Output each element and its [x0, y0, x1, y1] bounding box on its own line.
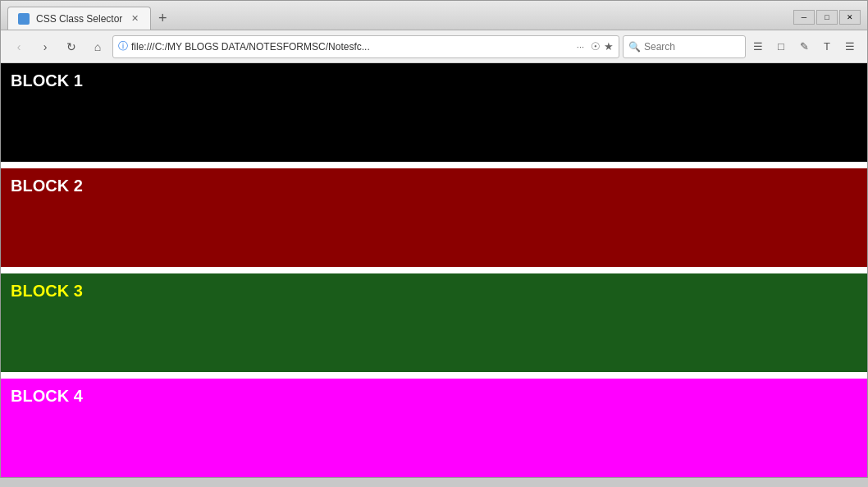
new-tab-button[interactable]: + [151, 7, 174, 30]
tab-label: CSS Class Selector [36, 13, 122, 25]
shield-icon[interactable]: ☉ [591, 40, 601, 53]
address-bar[interactable]: ⓘ file:///C:/MY BLOGS DATA/NOTESFORMSC/N… [112, 35, 619, 58]
minimize-button[interactable]: ─ [793, 10, 815, 25]
tab-favicon [18, 13, 30, 25]
reader-icon[interactable]: T [816, 36, 838, 57]
block-1: BLOCK 1 [1, 63, 867, 162]
block-3: BLOCK 3 [1, 273, 867, 372]
nav-right-controls: 🔍 ☰ □ ✎ T ☰ [623, 35, 861, 58]
bookmark-icon[interactable]: ★ [604, 40, 614, 53]
home-button[interactable]: ⌂ [86, 35, 109, 58]
back-button[interactable]: ‹ [7, 35, 30, 58]
search-input[interactable] [644, 41, 740, 53]
refresh-button[interactable]: ↻ [60, 35, 83, 58]
tab-close-button[interactable]: ✕ [129, 13, 140, 25]
address-text: file:///C:/MY BLOGS DATA/NOTESFORMSC/Not… [131, 41, 570, 53]
block-gap-2 [1, 267, 867, 273]
block-gap-1 [1, 162, 867, 168]
menu-icon[interactable]: ☰ [839, 36, 861, 57]
block-4: BLOCK 4 [1, 379, 867, 477]
block-gap-3 [1, 372, 867, 379]
address-menu-button[interactable]: ··· [573, 42, 587, 52]
search-icon: 🔍 [628, 41, 641, 53]
forward-button[interactable]: › [34, 35, 57, 58]
block-1-label: BLOCK 1 [11, 71, 83, 90]
library-icon[interactable]: ☰ [747, 36, 769, 57]
info-icon: ⓘ [118, 39, 128, 53]
browser-window: CSS Class Selector ✕ + ─ □ ✕ ‹ › ↻ ⌂ ⓘ f… [0, 0, 868, 478]
browser-tab[interactable]: CSS Class Selector ✕ [7, 7, 151, 30]
maximize-button[interactable]: □ [816, 10, 838, 25]
block-4-label: BLOCK 4 [11, 387, 83, 406]
block-3-label: BLOCK 3 [11, 282, 83, 301]
navigation-bar: ‹ › ↻ ⌂ ⓘ file:///C:/MY BLOGS DATA/NOTES… [1, 30, 867, 63]
sidebar-icon[interactable]: □ [770, 36, 792, 57]
window-controls: ─ □ ✕ [793, 10, 861, 30]
title-bar: CSS Class Selector ✕ + ─ □ ✕ [1, 1, 867, 30]
content-area: BLOCK 1 BLOCK 2 BLOCK 3 BLOCK 4 [1, 63, 867, 477]
pen-icon[interactable]: ✎ [793, 36, 815, 57]
block-2-label: BLOCK 2 [11, 177, 83, 195]
close-button[interactable]: ✕ [839, 10, 861, 25]
block-2: BLOCK 2 [1, 168, 867, 267]
search-box[interactable]: 🔍 [623, 35, 746, 58]
